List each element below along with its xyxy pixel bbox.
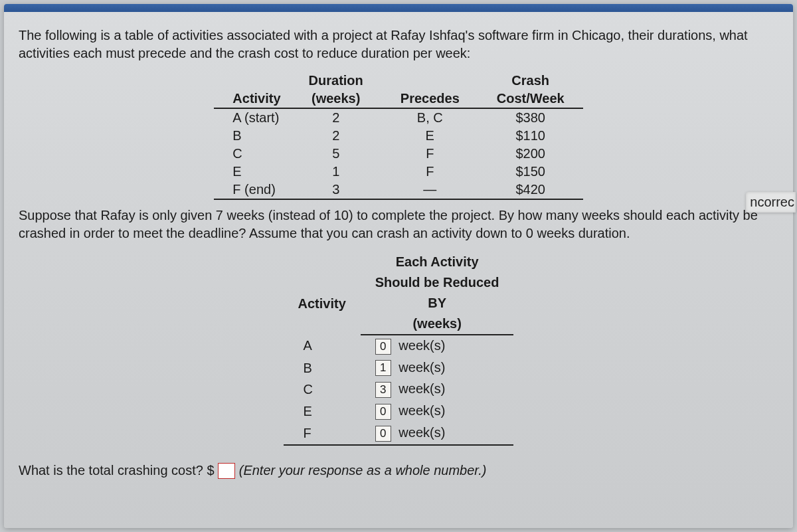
header-reduced-l4: (weeks) <box>361 313 514 335</box>
intro-paragraph: The following is a table of activities a… <box>19 27 778 62</box>
header-reduced-l3: BY <box>361 293 514 313</box>
cell-duration: 2 <box>290 127 382 145</box>
table-row: E 1 F $150 <box>214 163 582 181</box>
table-row: C 3 week(s) <box>284 379 514 400</box>
header-duration-bottom: (weeks) <box>290 90 382 108</box>
cell-activity: F <box>284 422 361 445</box>
value-unit: week(s) <box>398 425 445 440</box>
cell-activity: B <box>214 127 290 145</box>
header-duration-top: Duration <box>290 72 382 90</box>
cell-precedes: F <box>382 145 478 163</box>
question-row: What is the total crashing cost? $ (Ente… <box>19 463 778 480</box>
cell-cost: $110 <box>478 127 583 145</box>
top-accent-bar <box>4 4 793 12</box>
cell-activity: C <box>214 145 290 163</box>
cell-duration: 1 <box>290 163 382 181</box>
cell-precedes: — <box>382 181 478 199</box>
value-box[interactable]: 1 <box>375 360 391 376</box>
value-box[interactable]: 0 <box>375 426 391 442</box>
cell-activity: C <box>284 379 361 400</box>
cell-cost: $200 <box>478 145 583 163</box>
cell-precedes: B, C <box>382 108 478 127</box>
header-crash-top: Crash <box>478 72 583 90</box>
cell-precedes: E <box>382 127 478 145</box>
header-reduced-l2: Should be Reduced <box>361 272 514 293</box>
question-prefix: What is the total crashing cost? $ <box>19 463 215 478</box>
cell-activity: F (end) <box>214 181 290 199</box>
header-activity2: Activity <box>284 272 361 335</box>
value-unit: week(s) <box>398 360 445 375</box>
cell-cost: $150 <box>478 163 583 181</box>
value-box[interactable]: 3 <box>375 382 391 398</box>
value-box[interactable]: 0 <box>375 339 391 355</box>
cell-duration: 5 <box>290 145 382 163</box>
value-unit: week(s) <box>398 381 445 396</box>
table-row: F (end) 3 — $420 <box>214 181 582 199</box>
page-container: The following is a table of activities a… <box>4 4 793 528</box>
table-row: F 0 week(s) <box>284 422 514 445</box>
cell-activity: E <box>214 163 290 181</box>
cell-duration: 3 <box>290 181 382 199</box>
incorrect-tag: ncorrec <box>746 192 796 213</box>
value-box[interactable]: 0 <box>375 404 391 420</box>
cell-cost: $380 <box>478 108 583 127</box>
header-precedes: Precedes <box>382 90 478 108</box>
header-crash-bottom: Cost/Week <box>478 90 583 108</box>
header-reduced-l1: Each Activity <box>361 252 514 272</box>
cell-cost: $420 <box>478 181 583 199</box>
mid-paragraph: Suppose that Rafay is only given 7 weeks… <box>19 207 778 242</box>
table-row: B 1 week(s) <box>284 357 514 379</box>
value-unit: week(s) <box>398 403 445 418</box>
table-row: A 0 week(s) <box>284 335 514 357</box>
cell-precedes: F <box>382 163 478 181</box>
cell-activity: A (start) <box>214 108 290 127</box>
cell-activity: A <box>284 335 361 357</box>
table-row: E 0 week(s) <box>284 400 514 422</box>
answer-input[interactable] <box>218 463 235 479</box>
header-activity: Activity <box>214 90 290 108</box>
value-unit: week(s) <box>398 338 445 353</box>
table-row: A (start) 2 B, C $380 <box>214 108 582 127</box>
question-hint: (Enter your response as a whole number.) <box>239 463 487 478</box>
table-row: B 2 E $110 <box>214 127 582 145</box>
activity-table: Duration Crash Activity (weeks) Precedes… <box>214 72 582 200</box>
cell-activity: B <box>284 357 361 379</box>
crash-table: Each Activity Activity Should be Reduced… <box>284 252 514 446</box>
table-row: C 5 F $200 <box>214 145 582 163</box>
cell-activity: E <box>284 400 361 422</box>
cell-duration: 2 <box>290 108 382 127</box>
